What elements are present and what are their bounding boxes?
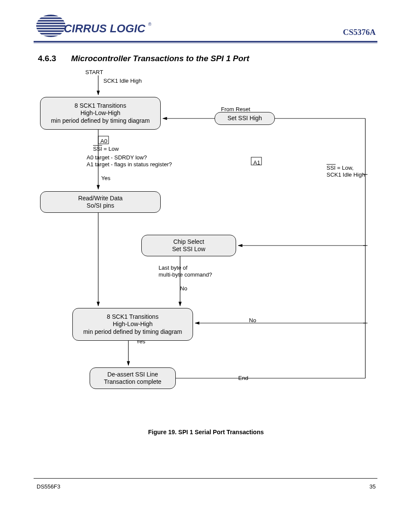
footer-rule [34,478,377,479]
svg-text:®: ® [148,22,152,27]
flowchart-lines [34,69,378,414]
svg-rect-4 [34,24,68,25]
footer-page-num: 35 [370,483,376,490]
svg-rect-3 [34,22,68,23]
svg-rect-8 [34,34,68,36]
svg-rect-6 [34,29,68,31]
svg-rect-1 [34,16,68,18]
svg-rect-25 [98,136,109,144]
svg-rect-7 [34,32,68,33]
product-name: CS5376A [343,28,376,37]
header-rule [34,41,377,43]
cirrus-logic-logo: CIRRUS LOGIC ® [34,13,154,39]
svg-rect-26 [251,157,262,165]
flowchart-diagram: START SCK1 Idle High A0 SSI = Low A0 tar… [34,69,378,414]
footer-doc-id: DS556F3 [37,483,60,490]
svg-rect-5 [34,27,68,28]
section-number: 4.6.3 [38,54,56,63]
section-title: Microcontroller Transactions to the SPI … [71,54,249,63]
figure-caption: Figure 19. SPI 1 Serial Port Transaction… [34,429,378,436]
svg-rect-2 [34,19,68,20]
svg-point-0 [36,15,65,37]
svg-text:CIRRUS LOGIC: CIRRUS LOGIC [64,22,146,35]
